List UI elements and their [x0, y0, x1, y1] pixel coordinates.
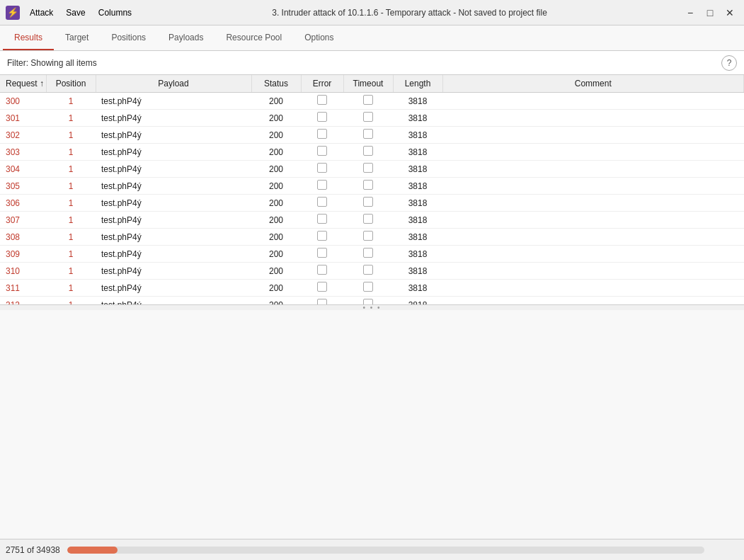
status-bar: 2751 of 34938: [0, 539, 744, 560]
cell-position: 1: [46, 178, 96, 195]
col-header-length[interactable]: Length: [393, 75, 442, 93]
menu-save[interactable]: Save: [60, 5, 91, 21]
table-container: Request ↑ Position Payload Status Error …: [0, 75, 744, 304]
cell-payload: test.phP4ý: [96, 297, 251, 304]
cell-payload: test.phP4ý: [96, 178, 251, 195]
table-row[interactable]: 3071test.phP4ý2003818: [0, 212, 744, 229]
cell-status: 200: [251, 161, 301, 178]
cell-comment: [442, 212, 744, 229]
error-checkbox: [317, 95, 327, 105]
cell-comment: [442, 280, 744, 297]
menu-attack[interactable]: Attack: [24, 5, 59, 21]
col-header-timeout[interactable]: Timeout: [343, 75, 393, 93]
cell-status: 200: [251, 127, 301, 144]
cell-payload: test.phP4ý: [96, 212, 251, 229]
cell-error: [301, 93, 343, 110]
timeout-checkbox: [363, 163, 373, 173]
cell-payload: test.phP4ý: [96, 280, 251, 297]
timeout-checkbox: [363, 180, 373, 190]
resize-handle[interactable]: • • •: [0, 304, 744, 310]
cell-request: 312: [0, 297, 46, 304]
error-checkbox: [317, 299, 327, 304]
col-header-status[interactable]: Status: [251, 75, 301, 93]
cell-timeout: [343, 246, 393, 263]
menu-columns[interactable]: Columns: [93, 5, 137, 21]
close-button[interactable]: ✕: [721, 4, 738, 21]
cell-timeout: [343, 161, 393, 178]
table-row[interactable]: 3081test.phP4ý2003818: [0, 229, 744, 246]
cell-request: 302: [0, 127, 46, 144]
table-row[interactable]: 3091test.phP4ý2003818: [0, 246, 744, 263]
cell-status: 200: [251, 297, 301, 304]
col-header-error[interactable]: Error: [301, 75, 343, 93]
timeout-checkbox: [363, 95, 373, 105]
cell-error: [301, 161, 343, 178]
cell-length: 3818: [393, 229, 442, 246]
cell-comment: [442, 110, 744, 127]
table-row[interactable]: 3101test.phP4ý2003818: [0, 263, 744, 280]
cell-error: [301, 229, 343, 246]
table-row[interactable]: 3111test.phP4ý2003818: [0, 280, 744, 297]
col-header-payload[interactable]: Payload: [96, 75, 251, 93]
cell-comment: [442, 195, 744, 212]
tab-resource-pool[interactable]: Resource Pool: [214, 25, 293, 50]
table-scroll-area[interactable]: Request ↑ Position Payload Status Error …: [0, 75, 744, 304]
cell-length: 3818: [393, 161, 442, 178]
progress-bar-background: [67, 547, 704, 554]
col-header-request[interactable]: Request ↑: [0, 75, 46, 93]
cell-status: 200: [251, 263, 301, 280]
window-controls: − □ ✕: [682, 4, 738, 21]
maximize-button[interactable]: □: [702, 4, 719, 21]
cell-payload: test.phP4ý: [96, 93, 251, 110]
cell-length: 3818: [393, 144, 442, 161]
cell-position: 1: [46, 110, 96, 127]
cell-position: 1: [46, 93, 96, 110]
tab-positions[interactable]: Positions: [100, 25, 157, 50]
cell-payload: test.phP4ý: [96, 195, 251, 212]
table-row[interactable]: 3001test.phP4ý2003818: [0, 93, 744, 110]
cell-status: 200: [251, 144, 301, 161]
tab-results[interactable]: Results: [3, 25, 54, 50]
cell-position: 1: [46, 263, 96, 280]
cell-position: 1: [46, 280, 96, 297]
table-row[interactable]: 3051test.phP4ý2003818: [0, 178, 744, 195]
timeout-checkbox: [363, 282, 373, 292]
cell-position: 1: [46, 161, 96, 178]
cell-error: [301, 280, 343, 297]
tab-bar: Results Target Positions Payloads Resour…: [0, 25, 744, 51]
filter-help-button[interactable]: ?: [721, 55, 737, 71]
cell-comment: [442, 229, 744, 246]
table-row[interactable]: 3061test.phP4ý2003818: [0, 195, 744, 212]
timeout-checkbox: [363, 248, 373, 258]
cell-request: 309: [0, 246, 46, 263]
cell-timeout: [343, 110, 393, 127]
cell-error: [301, 110, 343, 127]
cell-status: 200: [251, 212, 301, 229]
minimize-button[interactable]: −: [682, 4, 699, 21]
timeout-checkbox: [363, 197, 373, 207]
col-header-position[interactable]: Position: [46, 75, 96, 93]
tab-options[interactable]: Options: [293, 25, 345, 50]
cell-error: [301, 297, 343, 304]
cell-payload: test.phP4ý: [96, 110, 251, 127]
tab-payloads[interactable]: Payloads: [157, 25, 214, 50]
error-checkbox: [317, 112, 327, 122]
cell-request: 310: [0, 263, 46, 280]
cell-error: [301, 127, 343, 144]
table-body: 3001test.phP4ý20038183011test.phP4ý20038…: [0, 93, 744, 304]
tab-target[interactable]: Target: [54, 25, 100, 50]
cell-comment: [442, 246, 744, 263]
cell-timeout: [343, 127, 393, 144]
table-row[interactable]: 3021test.phP4ý2003818: [0, 127, 744, 144]
cell-comment: [442, 127, 744, 144]
table-row[interactable]: 3011test.phP4ý2003818: [0, 110, 744, 127]
table-row[interactable]: 3041test.phP4ý2003818: [0, 161, 744, 178]
cell-timeout: [343, 178, 393, 195]
cell-position: 1: [46, 297, 96, 304]
table-row[interactable]: 3031test.phP4ý2003818: [0, 144, 744, 161]
cell-comment: [442, 263, 744, 280]
table-header: Request ↑ Position Payload Status Error …: [0, 75, 744, 93]
error-checkbox: [317, 248, 327, 258]
col-header-comment[interactable]: Comment: [442, 75, 744, 93]
cell-request: 307: [0, 212, 46, 229]
